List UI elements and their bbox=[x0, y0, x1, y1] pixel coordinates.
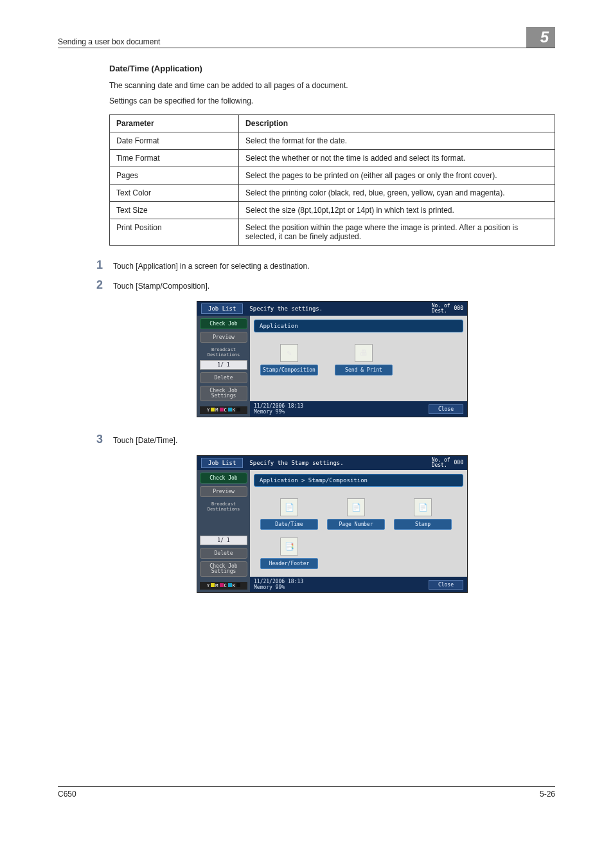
app-screenshot-application: Job List Specify the settings. No. of De… bbox=[197, 301, 468, 417]
check-job-settings-button[interactable]: Check Job Settings bbox=[200, 561, 247, 577]
table-row: PagesSelect the pages to be printed on (… bbox=[110, 167, 555, 185]
app-screenshot-stamp-composition: Job List Specify the Stamp settings. No.… bbox=[197, 455, 468, 593]
broadcast-destinations-label: Broadcast Destinations bbox=[200, 348, 247, 357]
preview-button[interactable]: Preview bbox=[200, 486, 247, 497]
send-print-icon: 🖶 bbox=[355, 344, 373, 362]
timestamp: 11/21/2006 18:13 bbox=[254, 579, 303, 584]
step-text: Touch [Application] in a screen for sele… bbox=[113, 262, 555, 271]
ymck-indicator: Y M C K bbox=[200, 582, 247, 590]
broadcast-destinations-label: Broadcast Destinations bbox=[200, 502, 247, 512]
no-of-dest-value: 000 bbox=[454, 306, 463, 311]
close-button[interactable]: Close bbox=[429, 404, 463, 414]
step-number: 1 bbox=[86, 258, 103, 272]
no-of-dest-label: No. of Dest. bbox=[432, 303, 450, 314]
screen-header-text: Specify the Stamp settings. bbox=[243, 460, 431, 466]
intro-paragraph-1: The scanning date and time can be added … bbox=[109, 81, 555, 90]
tile-header-footer[interactable]: 📑 Header/Footer bbox=[260, 538, 318, 569]
tile-send-print[interactable]: 🖶 Send & Print bbox=[335, 344, 393, 375]
table-row: Time FormatSelect the whether or not the… bbox=[110, 150, 555, 167]
delete-button[interactable]: Delete bbox=[200, 548, 247, 559]
running-header: Sending a user box document 5 bbox=[58, 26, 555, 48]
close-button[interactable]: Close bbox=[429, 580, 463, 590]
footer-page: 5-26 bbox=[540, 790, 555, 799]
step-text: Touch [Stamp/Composition]. bbox=[113, 282, 555, 291]
memory-indicator: Memory 99% bbox=[254, 584, 303, 590]
footer-model: C650 bbox=[58, 790, 76, 799]
ymck-indicator: Y M C K bbox=[200, 406, 247, 414]
job-list-button[interactable]: Job List bbox=[201, 458, 243, 468]
tile-stamp-composition[interactable]: ✎ Stamp/Composition bbox=[260, 344, 318, 375]
breadcrumb: Application > Stamp/Composition bbox=[254, 474, 463, 487]
table-row: Text SizeSelect the size (8pt,10pt,12pt … bbox=[110, 202, 555, 219]
delete-button[interactable]: Delete bbox=[200, 372, 247, 383]
page-number-icon: 📄 bbox=[347, 498, 365, 516]
page-footer: C650 5-26 bbox=[58, 786, 555, 799]
running-head-text: Sending a user box document bbox=[58, 37, 160, 46]
intro-paragraph-2: Settings can be specified for the follow… bbox=[109, 96, 555, 105]
check-job-button[interactable]: Check Job bbox=[200, 473, 247, 484]
tile-date-time[interactable]: 📄 Date/Time bbox=[260, 498, 318, 530]
stamp-composition-icon: ✎ bbox=[280, 344, 298, 362]
breadcrumb: Application bbox=[254, 320, 463, 332]
stamp-icon: 📄 bbox=[414, 498, 432, 516]
timestamp: 11/21/2006 18:13 bbox=[254, 403, 303, 409]
page-counter: 1/ 1 bbox=[200, 360, 247, 370]
step-3: 3 Touch [Date/Time]. bbox=[86, 433, 555, 446]
step-1: 1 Touch [Application] in a screen for se… bbox=[86, 258, 555, 272]
table-row: Date FormatSelect the format for the dat… bbox=[110, 132, 555, 150]
step-number: 3 bbox=[86, 433, 103, 446]
header-footer-icon: 📑 bbox=[280, 538, 298, 556]
chapter-number: 5 bbox=[526, 27, 555, 48]
no-of-dest-value: 000 bbox=[454, 460, 463, 466]
date-time-icon: 📄 bbox=[280, 498, 298, 516]
step-number: 2 bbox=[86, 278, 103, 292]
no-of-dest-label: No. of Dest. bbox=[432, 458, 450, 468]
parameters-table: Parameter Description Date FormatSelect … bbox=[109, 114, 555, 246]
memory-indicator: Memory 99% bbox=[254, 409, 303, 415]
page-counter: 1/ 1 bbox=[200, 536, 247, 545]
preview-button[interactable]: Preview bbox=[200, 332, 247, 343]
tile-stamp[interactable]: 📄 Stamp bbox=[394, 498, 452, 530]
th-parameter: Parameter bbox=[110, 115, 239, 132]
check-job-settings-button[interactable]: Check Job Settings bbox=[200, 386, 247, 401]
step-text: Touch [Date/Time]. bbox=[113, 436, 555, 445]
check-job-button[interactable]: Check Job bbox=[200, 318, 247, 329]
table-row: Print PositionSelect the position within… bbox=[110, 219, 555, 246]
th-description: Description bbox=[239, 115, 555, 132]
screen-header-text: Specify the settings. bbox=[243, 305, 431, 312]
step-2: 2 Touch [Stamp/Composition]. bbox=[86, 278, 555, 292]
tile-page-number[interactable]: 📄 Page Number bbox=[327, 498, 385, 530]
job-list-button[interactable]: Job List bbox=[201, 303, 243, 314]
section-title: Date/Time (Application) bbox=[109, 64, 555, 73]
table-row: Text ColorSelect the printing color (bla… bbox=[110, 185, 555, 202]
